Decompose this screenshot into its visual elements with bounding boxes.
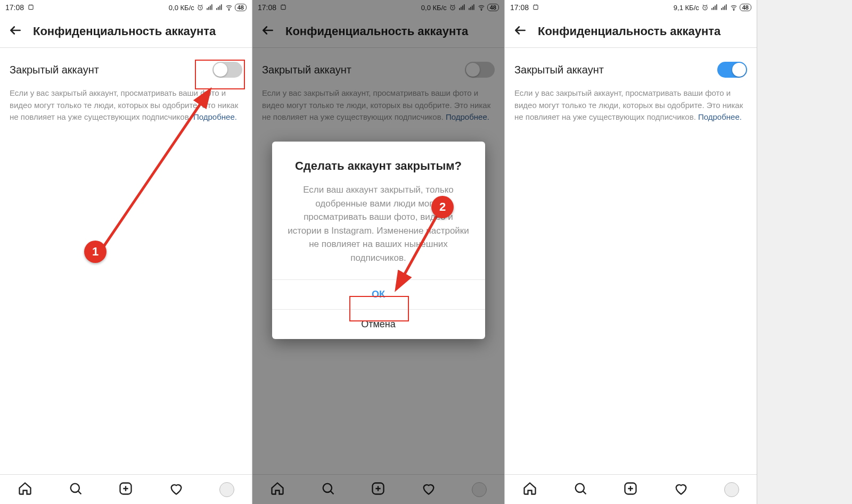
new-post-tab-icon[interactable]: [118, 481, 133, 498]
learn-more-link[interactable]: Подробнее.: [698, 112, 742, 121]
svg-rect-34: [721, 8, 722, 10]
page-title: Конфиденциальность аккаунта: [538, 24, 720, 38]
svg-rect-35: [723, 7, 724, 10]
app-header: Конфиденциальность аккаунта: [0, 15, 252, 48]
svg-rect-9: [221, 4, 222, 10]
svg-point-38: [733, 10, 734, 11]
status-bar: 17:08 9,1 КБ/с 48: [505, 0, 757, 15]
status-rate: 0,0 КБ/с: [169, 4, 194, 12]
svg-point-39: [576, 483, 584, 492]
svg-rect-0: [29, 5, 33, 9]
private-account-toggle[interactable]: [717, 62, 747, 78]
profile-tab-icon[interactable]: [219, 482, 234, 497]
svg-rect-36: [724, 6, 725, 10]
search-tab-icon[interactable]: [573, 481, 588, 498]
svg-rect-8: [219, 6, 220, 10]
svg-rect-5: [211, 4, 212, 10]
battery-indicator: 48: [235, 4, 247, 11]
signal-icon: [216, 4, 223, 11]
activity-tab-icon[interactable]: [674, 481, 689, 498]
back-button[interactable]: [513, 23, 527, 39]
confirm-dialog: Сделать аккаунт закрытым? Если ваш аккау…: [272, 141, 485, 339]
new-post-tab-icon[interactable]: [623, 481, 638, 498]
app-header: Конфиденциальность аккаунта: [505, 15, 757, 48]
search-tab-icon[interactable]: [68, 481, 83, 498]
private-account-description: Если у вас закрытый аккаунт, просматрива…: [10, 87, 242, 123]
bottom-tab-bar: [505, 474, 757, 504]
svg-rect-28: [534, 5, 538, 9]
svg-rect-3: [208, 7, 209, 10]
svg-rect-2: [207, 8, 208, 10]
signal-icon: [720, 4, 728, 11]
svg-point-11: [71, 483, 79, 492]
battery-indicator: 48: [740, 4, 751, 11]
back-button[interactable]: [9, 23, 22, 39]
signal-icon: [206, 4, 214, 11]
svg-rect-6: [216, 8, 217, 10]
status-rate: 9,1 КБ/с: [674, 4, 699, 12]
status-time: 17:08: [510, 3, 529, 12]
step-badge-2: 2: [431, 196, 454, 218]
wifi-icon: [730, 4, 738, 11]
bottom-tab-bar: [0, 474, 252, 504]
alarm-icon: [196, 4, 204, 11]
private-account-toggle[interactable]: [212, 62, 242, 78]
task-icon: [532, 3, 539, 12]
svg-rect-7: [218, 7, 219, 10]
activity-tab-icon[interactable]: [169, 481, 184, 498]
status-time: 17:08: [5, 3, 24, 12]
task-icon: [27, 3, 35, 12]
page-title: Конфиденциальность аккаунта: [33, 24, 216, 38]
alarm-icon: [701, 4, 709, 11]
svg-rect-37: [726, 4, 727, 10]
svg-point-10: [228, 10, 230, 11]
dialog-cancel-button[interactable]: Отмена: [272, 309, 485, 339]
svg-rect-33: [716, 4, 717, 10]
learn-more-link[interactable]: Подробнее.: [193, 112, 237, 121]
home-tab-icon[interactable]: [522, 481, 537, 498]
step-badge-1: 1: [84, 241, 106, 263]
wifi-icon: [225, 4, 233, 11]
private-account-label: Закрытый аккаунт: [10, 64, 99, 76]
home-tab-icon[interactable]: [18, 481, 32, 498]
dialog-title: Сделать аккаунт закрытым?: [286, 158, 471, 173]
dialog-body: Если ваш аккаунт закрытый, только одобре…: [286, 183, 471, 265]
private-account-description: Если у вас закрытый аккаунт, просматрива…: [514, 87, 747, 123]
svg-rect-30: [711, 8, 712, 10]
signal-icon: [711, 4, 718, 11]
dialog-ok-button[interactable]: ОК: [272, 279, 485, 309]
profile-tab-icon[interactable]: [724, 482, 739, 497]
private-account-label: Закрытый аккаунт: [514, 64, 604, 76]
status-bar: 17:08 0,0 КБ/с 48: [0, 0, 252, 15]
svg-rect-31: [713, 7, 714, 10]
svg-rect-32: [715, 6, 716, 10]
svg-rect-4: [210, 6, 211, 10]
